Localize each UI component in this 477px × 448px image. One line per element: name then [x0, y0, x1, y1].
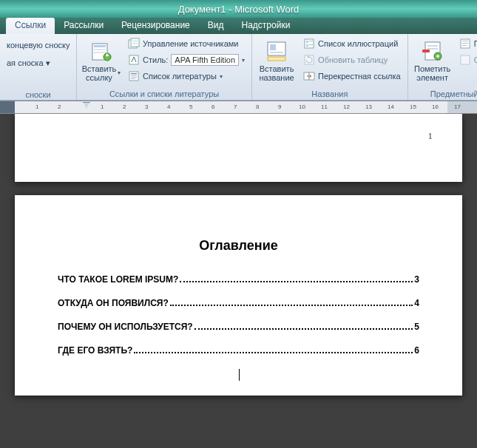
show-notes-button[interactable]	[3, 72, 10, 89]
toc-heading: Оглавление	[58, 238, 419, 254]
toc-entry[interactable]: ПОЧЕМУ ОН ИСПОЛЬЗУЕТСЯ?5	[58, 322, 419, 332]
toc-entry-title: ОТКУДА ОН ПОЯВИЛСЯ?	[58, 298, 169, 308]
ruler-number: 4	[167, 103, 170, 110]
sources-icon	[128, 38, 140, 50]
toc-entry[interactable]: ГДЕ ЕГО ВЗЯТЬ?6	[58, 345, 419, 356]
bibliography-icon	[128, 70, 140, 82]
ruler-number: 13	[365, 103, 372, 110]
next-footnote-button[interactable]: ая сноска ▾	[3, 55, 54, 71]
page-2[interactable]: Оглавление ЧТО ТАКОЕ LOREM IPSUM?3ОТКУДА…	[15, 195, 462, 396]
toc-leader	[194, 328, 413, 330]
tab-view[interactable]: Вид	[199, 18, 233, 34]
ruler-number: 16	[432, 103, 439, 110]
citation-style-dropdown[interactable]: Стиль: APA Fifth Edition ▾	[124, 52, 248, 68]
update-table-button[interactable]: Обновить таблицу	[300, 52, 405, 68]
chevron-down-icon: ▾	[242, 57, 245, 64]
svg-rect-6	[106, 54, 108, 57]
document-area[interactable]: 1 Оглавление ЧТО ТАКОЕ LOREM IPSUM?3ОТКУ…	[0, 114, 477, 448]
group-captions: Вставить название Список иллюстраций Обн…	[252, 34, 408, 100]
tab-mailings[interactable]: Рассылки	[55, 18, 112, 34]
tab-references[interactable]: Ссылки	[6, 18, 55, 34]
svg-rect-21	[305, 39, 314, 48]
ruler-number: 2	[123, 103, 126, 110]
page-number: 1	[428, 130, 433, 142]
mark-entry-button[interactable]: Пометить элемент	[411, 35, 454, 84]
toc-entry-title: ГДЕ ЕГО ВЗЯТЬ?	[58, 345, 132, 356]
group-label-citations: Ссылки и списки литературы	[80, 88, 248, 100]
svg-rect-13	[131, 73, 137, 75]
svg-rect-38	[461, 55, 470, 64]
bibliography-button[interactable]: Список литературы ▾	[124, 68, 248, 84]
ruler-number: 9	[278, 103, 281, 110]
insert-caption-button[interactable]: Вставить название	[255, 35, 298, 84]
title-bar: Документ1 - Microsoft Word	[0, 0, 477, 18]
ribbon-tabs: Ссылки Рассылки Рецензирование Вид Надст…	[0, 18, 477, 34]
refresh-icon	[303, 54, 315, 66]
toc-list: ЧТО ТАКОЕ LOREM IPSUM?3ОТКУДА ОН ПОЯВИЛС…	[58, 274, 419, 356]
refresh-icon	[459, 54, 471, 66]
toc-entry-page: 3	[414, 274, 419, 285]
tab-addins[interactable]: Надстройки	[233, 18, 300, 34]
ruler-number: 8	[256, 103, 259, 110]
insert-endnote-button[interactable]: концевую сноску	[3, 37, 73, 53]
svg-rect-9	[132, 41, 138, 41]
svg-rect-15	[131, 77, 137, 78]
group-label-index: Предметный	[411, 88, 477, 100]
horizontal-ruler[interactable]: 121234567891011121314151617	[0, 101, 477, 114]
style-icon	[128, 54, 140, 66]
toc-entry[interactable]: ЧТО ТАКОЕ LOREM IPSUM?3	[58, 274, 419, 285]
svg-rect-20	[268, 57, 285, 61]
page-1[interactable]: 1	[15, 114, 462, 182]
table-of-figures-button[interactable]: Список иллюстраций	[300, 35, 405, 52]
chevron-down-icon: ▾	[118, 69, 121, 78]
svg-rect-18	[270, 44, 276, 50]
ruler-number: 5	[189, 103, 192, 110]
ruler-number: 12	[343, 103, 350, 110]
svg-rect-31	[427, 48, 438, 50]
svg-rect-25	[309, 44, 313, 45]
toc-entry-page: 6	[414, 345, 419, 356]
svg-rect-22	[306, 41, 308, 43]
toc-entry-page: 5	[414, 322, 419, 332]
ruler-number: 14	[388, 103, 394, 110]
ruler-number: 17	[454, 103, 461, 110]
citation-style-value: APA Fifth Edition	[171, 54, 239, 66]
svg-rect-8	[131, 38, 139, 47]
svg-rect-24	[306, 44, 308, 47]
manage-sources-button[interactable]: Управление источниками	[124, 35, 248, 52]
caption-icon	[265, 39, 288, 63]
toc-entry-page: 4	[414, 298, 419, 308]
group-citations: Вставить ссылку▾ Управление источниками …	[77, 34, 252, 100]
ruler-number: 1	[101, 103, 104, 110]
text-cursor	[239, 369, 240, 381]
ribbon: концевую сноску ая сноска ▾ сноски Встав…	[0, 34, 477, 101]
ruler-number: 6	[212, 103, 214, 110]
tab-review[interactable]: Рецензирование	[112, 18, 199, 34]
update-index-button[interactable]: Обно	[456, 52, 477, 68]
cross-reference-button[interactable]: Перекрестная ссылка	[300, 68, 405, 84]
svg-rect-36	[462, 43, 468, 44]
group-index: Пометить элемент Пред Обно Предметный	[408, 34, 477, 100]
ruler-number: 3	[145, 103, 148, 110]
svg-rect-30	[427, 45, 438, 47]
mark-icon	[421, 39, 444, 63]
svg-rect-2	[94, 49, 106, 50]
ruler-number: 2	[58, 103, 61, 110]
toc-leader	[170, 305, 413, 306]
book-icon	[89, 39, 113, 63]
ruler-number: 7	[234, 103, 237, 110]
insert-citation-button[interactable]: Вставить ссылку▾	[80, 35, 123, 84]
svg-rect-3	[94, 52, 106, 53]
group-label-captions: Названия	[255, 88, 405, 100]
insert-index-button[interactable]: Пред	[456, 35, 477, 52]
svg-rect-32	[422, 50, 430, 52]
group-footnotes: концевую сноску ая сноска ▾ сноски	[0, 34, 77, 100]
svg-rect-19	[270, 52, 283, 53]
toc-entry[interactable]: ОТКУДА ОН ПОЯВИЛСЯ?4	[58, 298, 419, 308]
ruler-number: 10	[299, 103, 305, 110]
toc-leader	[180, 281, 413, 282]
toc-leader	[134, 352, 413, 353]
crossref-icon	[303, 70, 315, 82]
window-title: Документ1 - Microsoft Word	[178, 4, 300, 15]
toc-entry-title: ЧТО ТАКОЕ LOREM IPSUM?	[58, 274, 178, 285]
